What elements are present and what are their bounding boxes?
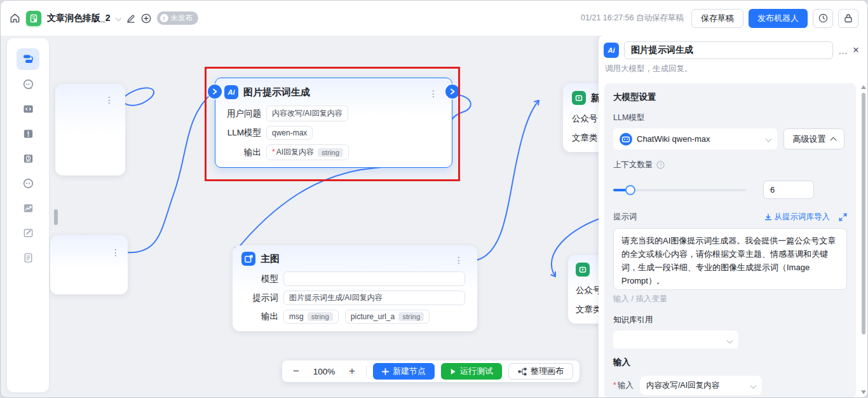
chatwiki-bot-icon bbox=[620, 133, 632, 146]
context-slider[interactable] bbox=[613, 189, 747, 191]
history-button[interactable] bbox=[813, 9, 833, 28]
play-icon bbox=[450, 368, 456, 375]
ai-node-icon: Ai bbox=[604, 43, 619, 58]
input-label: 输入 bbox=[618, 381, 634, 390]
form-edit-icon bbox=[22, 227, 34, 239]
output-tag[interactable]: picture_url_a string bbox=[345, 310, 430, 324]
zoom-out-button[interactable]: − bbox=[288, 365, 304, 378]
node-title: 图片提示词生成 bbox=[243, 86, 310, 99]
node-main-image[interactable]: 主图 ⋮ 模型 提示词 图片提示词生成/AI回复内容 输出 msg string… bbox=[233, 245, 477, 331]
chevron-down-icon[interactable] bbox=[115, 15, 121, 22]
prompt-textarea[interactable]: 请充当我的AI图像提示词生成器。我会提供一篇公众号文章的全文或核心内容，请你根据… bbox=[613, 228, 847, 290]
home-icon[interactable] bbox=[10, 13, 20, 24]
prompt-text: 请充当我的AI图像提示词生成器。我会提供一篇公众号文章的全文或核心内容，请你根据… bbox=[621, 234, 839, 287]
required-mark: * bbox=[272, 148, 275, 156]
publish-bot-button[interactable]: 发布机器人 bbox=[749, 9, 808, 28]
node-title: 主图 bbox=[261, 253, 280, 265]
required-mark: * bbox=[613, 381, 616, 390]
notes-icon bbox=[22, 252, 34, 264]
workflow-icon bbox=[22, 53, 34, 65]
add-circle-icon[interactable] bbox=[141, 13, 151, 24]
llm-model-select[interactable]: ChatWiki qwen-max bbox=[613, 128, 777, 149]
output-port[interactable] bbox=[445, 85, 459, 99]
node-menu-icon[interactable]: ⋮ bbox=[105, 95, 114, 104]
sidebar-item-workflow[interactable] bbox=[17, 48, 39, 70]
ai-node-icon: Ai bbox=[224, 85, 238, 99]
field-value-tag[interactable]: 内容改写/AI回复内容 bbox=[266, 106, 348, 121]
scroll-up-arrow[interactable] bbox=[861, 85, 866, 89]
sidebar-item-form[interactable] bbox=[17, 222, 39, 244]
panel-title-input[interactable]: 图片提示词生成 bbox=[624, 41, 833, 59]
clock-icon bbox=[818, 13, 828, 23]
zoom-in-button[interactable]: + bbox=[344, 365, 360, 378]
lock-button[interactable] bbox=[838, 9, 858, 28]
rename-pencil-icon[interactable] bbox=[126, 14, 135, 23]
chevron-down-icon bbox=[750, 382, 756, 388]
context-count-input[interactable]: 6 bbox=[763, 181, 814, 199]
more-menu-icon[interactable]: … bbox=[838, 45, 848, 56]
output-tag[interactable]: msg string bbox=[283, 310, 339, 324]
prompt-input[interactable]: 图片提示词生成/AI回复内容 bbox=[283, 291, 465, 305]
field-label: 输出 bbox=[241, 311, 278, 322]
advanced-settings-button[interactable]: 高级设置 bbox=[783, 128, 844, 149]
canvas-toolbar: − 100% + 新建节点 运行测试 整理画布 bbox=[282, 360, 580, 382]
svg-text:?: ? bbox=[659, 162, 661, 168]
node-menu-icon[interactable]: ⋮ bbox=[111, 248, 120, 257]
import-icon bbox=[764, 214, 772, 221]
edge-main-to-green-top[interactable] bbox=[477, 100, 539, 260]
workflow-title: 文章润色排版_2 bbox=[47, 13, 111, 24]
output-tag[interactable]: *AI回复内容 string bbox=[266, 144, 349, 160]
node-menu-icon[interactable]: ⋮ bbox=[429, 89, 438, 98]
node-prompt-generator[interactable]: Ai 图片提示词生成 ⋮ 用户问题 内容改写/AI回复内容 LLM模型 qwen… bbox=[215, 78, 452, 168]
help-icon[interactable]: ? bbox=[656, 161, 665, 169]
sidebar-item-stats[interactable] bbox=[17, 197, 39, 219]
node-config-panel: Ai 图片提示词生成 … × 调用大模型，生成回复。 大模型设置 LLM模型 C… bbox=[599, 36, 868, 398]
close-icon[interactable]: × bbox=[853, 44, 859, 57]
field-label: 用户问题 bbox=[224, 108, 261, 120]
panel-scrollbar[interactable] bbox=[860, 85, 867, 394]
bot-node-icon bbox=[572, 91, 586, 105]
insert-variable-hint: 输入 / 插入变量 bbox=[613, 294, 847, 305]
model-settings-card: 大模型设置 LLM模型 ChatWiki qwen-max 高级设置 上下文数量… bbox=[604, 83, 856, 374]
slider-thumb[interactable] bbox=[625, 185, 635, 195]
app-window: ⋮ ⋮ Ai 图片提示词生成 ⋮ 用户问题 内容改写/AI回复内容 LLM模型 … bbox=[0, 0, 868, 398]
chevron-down-icon bbox=[766, 136, 772, 142]
field-value-tag[interactable]: qwen-max bbox=[266, 126, 313, 140]
save-draft-button[interactable]: 保存草稿 bbox=[691, 9, 743, 28]
left-sidebar bbox=[7, 38, 49, 392]
import-from-library-link[interactable]: 从提示词库导入 bbox=[764, 212, 831, 223]
node-partial-top-left[interactable]: ⋮ bbox=[55, 84, 125, 175]
run-test-button[interactable]: 运行测试 bbox=[441, 363, 502, 380]
sidebar-item-chat[interactable] bbox=[17, 73, 39, 95]
sidebar-item-alerts[interactable] bbox=[17, 123, 39, 144]
node-menu-icon[interactable]: ⋮ bbox=[454, 256, 463, 264]
layout-graph-icon bbox=[518, 367, 527, 376]
expand-icon[interactable] bbox=[839, 213, 847, 221]
scroll-down-arrow[interactable] bbox=[861, 390, 866, 394]
sidebar-item-code[interactable] bbox=[17, 98, 39, 120]
scrollbar-thumb[interactable] bbox=[862, 93, 865, 334]
sidebar-item-chat-history[interactable] bbox=[17, 148, 39, 169]
output-name: AI回复内容 bbox=[276, 148, 314, 156]
sidebar-item-notes[interactable] bbox=[17, 247, 39, 268]
field-label: 模型 bbox=[241, 273, 278, 285]
bot-node-icon bbox=[576, 263, 590, 277]
scroll-indicator[interactable] bbox=[54, 209, 58, 225]
field-label: LLM模型 bbox=[224, 127, 261, 139]
input-variable-select[interactable]: 内容改写/AI回复内容 bbox=[640, 376, 762, 395]
edge-leftnode-to-prompt[interactable] bbox=[126, 93, 212, 252]
edge-loop-left-node[interactable] bbox=[123, 88, 154, 106]
model-input[interactable] bbox=[283, 271, 465, 286]
alert-card-icon bbox=[22, 128, 34, 140]
plus-icon bbox=[382, 368, 389, 375]
arrange-canvas-button[interactable]: 整理画布 bbox=[508, 363, 573, 380]
input-port[interactable] bbox=[208, 85, 222, 99]
section-heading: 输入 bbox=[613, 357, 847, 368]
sidebar-item-bot[interactable] bbox=[17, 172, 39, 194]
zoom-level: 100% bbox=[310, 367, 338, 376]
node-partial-bottom-left[interactable]: ⋮ bbox=[50, 235, 128, 294]
new-node-button[interactable]: 新建节点 bbox=[373, 363, 435, 380]
knowledge-base-select[interactable] bbox=[613, 331, 738, 350]
alert-icon: ! bbox=[160, 14, 168, 22]
autosave-status: 01/21 16:27:56 自动保存草稿 bbox=[581, 13, 684, 24]
